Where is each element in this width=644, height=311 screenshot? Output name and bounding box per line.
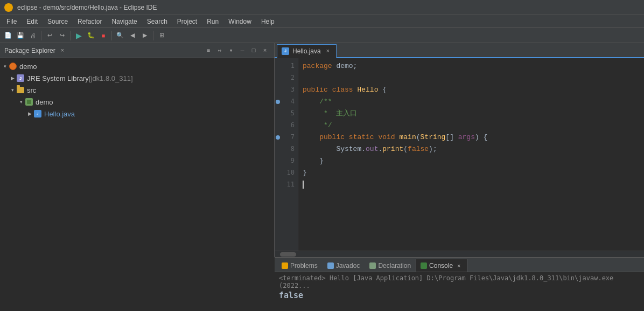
toolbar-btn-debug[interactable]: 🐛 [85, 30, 97, 42]
code-line-1: package demo; [303, 60, 640, 72]
horizontal-scrollbar[interactable] [275, 251, 644, 257]
toolbar-btn-fwd[interactable]: ▶ [139, 30, 151, 42]
toolbar-btn-new[interactable]: 📄 [2, 30, 14, 42]
code-line-2 [303, 72, 640, 84]
explorer-close[interactable]: × [260, 46, 270, 56]
line-num-10: 10 [275, 167, 298, 179]
line-num-11: 11 [275, 179, 298, 191]
line-num-2: 2 [275, 72, 298, 84]
menu-refactor[interactable]: Refactor [73, 17, 106, 26]
code-line-4: /** [303, 96, 640, 108]
menu-file[interactable]: File [2, 17, 21, 26]
toolbar-btn-stop[interactable]: ■ [97, 30, 109, 42]
tab-java-icon: J [282, 47, 289, 55]
code-line-9: } [303, 155, 640, 167]
menu-navigate[interactable]: Navigate [107, 17, 141, 26]
tree-item-demo-pkg[interactable]: ▾ demo [0, 96, 274, 108]
line-num-3: 3 [275, 84, 298, 96]
code-line-8: System.out.print(false); [303, 143, 640, 155]
toolbar-btn-print[interactable]: 🖨 [27, 30, 39, 42]
package-explorer-panel: Package Explorer × ≡ ⇔ ▾ — □ × ▾ demo [0, 43, 275, 257]
editor-tab-hello[interactable]: J Hello.java × [277, 44, 337, 58]
tab-javadoc[interactable]: Javadoc [323, 259, 365, 272]
menu-search[interactable]: Search [143, 17, 172, 26]
src-folder-icon [16, 86, 25, 94]
toolbar-btn-search[interactable]: 🔍 [114, 30, 126, 42]
menu-edit[interactable]: Edit [22, 17, 42, 26]
editor-tab-close[interactable]: × [324, 47, 332, 55]
arrow-hello: ▶ [26, 110, 33, 118]
line-num-7: 7 [275, 132, 298, 143]
arrow-demo-pkg: ▾ [17, 98, 25, 106]
eclipse-icon [4, 3, 13, 12]
explorer-header: Package Explorer × ≡ ⇔ ▾ — □ × [0, 43, 274, 58]
line-num-1: 1 [275, 60, 298, 72]
toolbar-btn-undo[interactable]: ↩ [44, 30, 55, 42]
code-line-5: * 主入口 [303, 108, 640, 120]
javadoc-icon [327, 262, 334, 269]
tab-console[interactable]: Console × [416, 259, 467, 272]
tree-item-jre[interactable]: ▶ J JRE System Library [jdk1.8.0_311] [0, 72, 274, 84]
explorer-maximize[interactable]: □ [249, 46, 258, 56]
code-line-11 [303, 179, 640, 191]
explorer-tab-close[interactable]: × [59, 47, 66, 54]
tree-item-hello-java[interactable]: ▶ J Hello.java [0, 108, 274, 120]
toolbar-btn-save[interactable]: 💾 [15, 30, 26, 42]
line-num-8: 8 [275, 143, 298, 155]
project-icon [9, 62, 17, 71]
tab-declaration-label: Declaration [378, 262, 411, 269]
console-output: false [279, 291, 640, 300]
code-line-3: public class Hello { [303, 84, 640, 96]
jre-label: JRE System Library [27, 74, 89, 82]
console-icon [421, 262, 427, 269]
tab-problems-label: Problems [290, 262, 318, 269]
bottom-tabs: Problems Javadoc Declaration Console × [275, 258, 644, 272]
problems-icon [282, 262, 288, 269]
line-num-5: 5 [275, 108, 298, 120]
code-content[interactable]: package demo; public class Hello { /** *… [298, 58, 644, 251]
explorer-link-with-editor[interactable]: ⇔ [215, 46, 225, 56]
tab-declaration[interactable]: Declaration [365, 259, 416, 272]
line-num-6: 6 [275, 120, 298, 132]
editor-panel: J Hello.java × 1 2 3 4 5 6 7 8 [275, 43, 644, 257]
title-bar: eclipse - demo/src/demo/Hello.java - Ecl… [0, 0, 644, 15]
toolbar-btn-redo[interactable]: ↪ [56, 30, 68, 42]
explorer-tree: ▾ demo ▶ J JRE System Library [jdk1.8.0_… [0, 58, 274, 257]
code-area[interactable]: 1 2 3 4 5 6 7 8 9 10 11 pac [275, 58, 644, 251]
tree-item-src[interactable]: ▾ src [0, 84, 274, 96]
tab-console-label: Console [429, 262, 453, 269]
menu-run[interactable]: Run [202, 17, 223, 26]
menu-source[interactable]: Source [43, 17, 72, 26]
toolbar-btn-back[interactable]: ◀ [127, 30, 138, 42]
declaration-icon [369, 262, 376, 269]
src-label: src [27, 86, 36, 94]
editor-tab-label: Hello.java [292, 47, 321, 55]
console-terminated-line: <terminated> Hello [Java Application] D:… [279, 274, 640, 289]
console-tab-close[interactable]: × [455, 262, 463, 269]
explorer-minimize[interactable]: — [237, 46, 247, 56]
code-line-10: } [303, 167, 640, 179]
toolbar-sep-4 [153, 31, 153, 40]
explorer-header-actions: ≡ ⇔ ▾ — □ × [204, 46, 270, 56]
explorer-view-menu[interactable]: ▾ [226, 46, 236, 56]
menu-project[interactable]: Project [173, 17, 201, 26]
tree-item-demo-project[interactable]: ▾ demo [0, 60, 274, 72]
window-title: eclipse - demo/src/demo/Hello.java - Ecl… [17, 4, 157, 11]
tab-problems[interactable]: Problems [277, 259, 323, 272]
toolbar-btn-open-perspective[interactable]: ⊞ [156, 30, 167, 42]
menu-bar: File Edit Source Refactor Navigate Searc… [0, 15, 644, 28]
explorer-collapse-all[interactable]: ≡ [204, 46, 213, 56]
package-icon [25, 98, 33, 106]
toolbar-sep-2 [70, 31, 71, 40]
line-num-4: 4 [275, 96, 298, 108]
toolbar-btn-run[interactable]: ▶ [73, 30, 85, 42]
editor-tabs: J Hello.java × [275, 43, 644, 58]
menu-window[interactable]: Window [224, 17, 256, 26]
menu-help[interactable]: Help [257, 17, 279, 26]
bottom-panel: Problems Javadoc Declaration Console × <… [275, 257, 644, 311]
jre-icon: J [16, 74, 25, 82]
console-output-area: <terminated> Hello [Java Application] D:… [275, 272, 644, 311]
toolbar: 📄 💾 🖨 ↩ ↪ ▶ 🐛 ■ 🔍 ◀ ▶ ⊞ [0, 28, 644, 43]
code-line-7: public static void main(String[] args) { [303, 132, 640, 143]
horizontal-scrollbar-handle[interactable] [280, 252, 296, 257]
